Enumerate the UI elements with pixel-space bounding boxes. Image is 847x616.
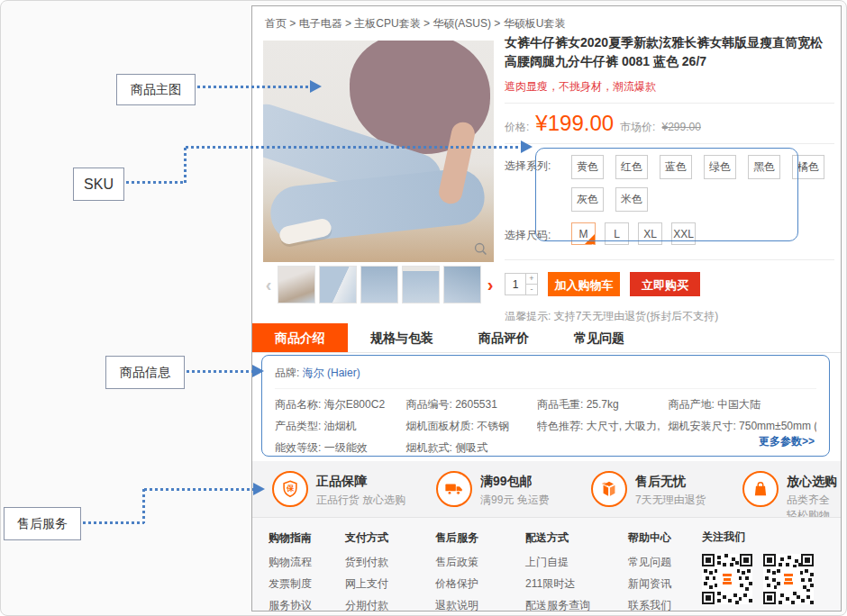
series-option[interactable]: 黑色 [748,155,780,179]
footer-link[interactable]: 网上支付 [345,576,435,592]
info-field: 烟机款式: 侧吸式 [405,440,531,456]
footer-link[interactable]: 货到付款 [345,555,435,570]
size-options: MLXLXXL [559,215,829,249]
info-field-label: 产品类型: [275,420,321,432]
footer-link[interactable]: 售后政策 [435,555,525,570]
buy-column: 女裤牛仔裤女2020夏季新款泫雅长裤女韩版显瘦直筒宽松高腰阔腿九分牛仔裤 008… [505,33,834,324]
series-option[interactable]: 黄色 [571,155,604,179]
series-option[interactable]: 灰色 [571,187,604,212]
annotation-arrowhead-icon [253,483,265,495]
info-field-value: 大尺寸, 大吸力, 静音... [587,420,663,432]
thumbnail[interactable] [278,266,315,303]
thumbnail[interactable] [319,266,357,303]
service-item: 放心选购 品类齐全 轻松购物 [742,471,841,523]
info-field-label: 商品产地: [668,398,714,411]
series-row: 选择系列: 黄色红色蓝色绿色黑色橘色灰色米色 [505,146,834,215]
market-price-value: ¥299.00 [661,121,700,133]
size-option[interactable]: XXL [671,222,696,245]
quantity-increase-icon[interactable]: + [526,274,537,285]
promo-text: 遮肉显瘦，不挑身材，潮流爆款 [505,79,834,95]
qr-code [702,554,752,604]
footer-link[interactable]: 购物流程 [269,555,345,570]
annotation-product-info-label: 商品信息 [105,356,185,389]
footer-link[interactable]: 服务协议 [269,598,345,613]
info-field: 烟机面板材质: 不锈钢 [405,419,531,434]
series-option[interactable]: 绿色 [704,155,736,179]
info-field: 特色推荐: 大尺寸, 大吸力, 静音... [537,419,662,434]
footer-link[interactable]: 配送服务查询 [525,598,628,613]
size-label: 选择尺码: [505,215,559,249]
size-option[interactable]: M [571,222,596,245]
service-title: 放心选购 [787,471,841,490]
series-option[interactable]: 橘色 [792,155,824,179]
footer-link[interactable]: 退款说明 [435,598,525,613]
info-field: 商品编号: 2605531 [405,397,531,412]
product-main-image[interactable] [263,41,494,262]
footer-column-title: 配送方式 [525,530,628,546]
footer-link[interactable]: 价格保护 [435,576,525,592]
footer-column: 配送方式 上门自提211限时达配送服务查询配送费收取标准海外配送 [525,530,628,611]
annotation-arrowhead-icon [521,140,533,153]
tips-text: 温馨提示: 支持7天无理由退货(拆封后不支持) [505,309,834,324]
info-field-label: 商品毛重: [537,398,583,411]
service-desc: 满99元 免运费 [480,493,550,508]
buy-now-button[interactable]: 立即购买 [630,272,700,296]
brand-label: 品牌: [275,367,299,379]
info-field-value: 750mm±50mm (烟... [739,420,816,432]
footer-link[interactable]: 211限时达 [525,576,628,592]
footer-link[interactable]: 发票制度 [269,576,345,592]
breadcrumb[interactable]: 首页 > 电子电器 > 主板CPU套装 > 华硕(ASUS) > 华硕板U套装 [252,6,841,35]
zoom-magnifier-icon[interactable] [471,240,489,258]
quantity-stepper: 1 + - [505,273,538,295]
quantity-buttons: + - [525,274,537,294]
series-option[interactable]: 红色 [615,155,648,179]
size-option[interactable]: L [605,222,629,245]
annotated-screenshot: 商品主图 SKU 商品信息 售后服务 首页 > 电子电器 > 主板CPU套装 >… [0,0,847,616]
info-field-label: 烟机安装尺寸: [668,420,735,432]
detail-tab[interactable]: 规格与包装 [348,323,456,352]
info-field-label: 能效等级: [275,441,321,454]
thumbnail[interactable] [360,266,398,303]
annotation-arrow-line [187,370,253,373]
brand-row: 品牌: 海尔 (Haier) [275,362,816,389]
thumbnail[interactable] [443,266,481,303]
detail-tab[interactable]: 商品介绍 [252,323,348,352]
service-item: 保 正品保障 正品行货 放心选购 [272,471,436,523]
thumbnail-strip: ‹ › [263,266,496,303]
footer-link[interactable]: 上门自提 [525,555,628,570]
info-field-label: 商品名称: [275,398,321,411]
thumbnail-prev-icon[interactable]: ‹ [263,266,274,303]
thumbnail-next-icon[interactable]: › [485,266,496,303]
annotation-arrow-line [83,521,144,524]
detail-tab[interactable]: 商品评价 [456,323,551,352]
info-field: 能效等级: 一级能效 [275,440,400,456]
more-params-link[interactable]: 更多参数>> [759,434,815,449]
thumbnail[interactable] [402,266,440,303]
info-field-label: 烟机面板材质: [405,420,473,432]
quantity-decrease-icon[interactable]: - [526,285,537,294]
footer-column-title: 购物指南 [269,530,345,546]
product-title: 女裤牛仔裤女2020夏季新款泫雅长裤女韩版显瘦直筒宽松高腰阔腿九分牛仔裤 008… [505,33,834,71]
annotation-arrow-line [197,86,311,88]
series-options: 黄色红色蓝色绿色黑色橘色灰色米色 [559,146,829,215]
quantity-value[interactable]: 1 [505,274,525,294]
add-to-cart-button[interactable]: 加入购物车 [548,272,620,296]
brand-link[interactable]: 海尔 (Haier) [303,367,360,379]
detail-tab[interactable]: 常见问题 [551,323,647,352]
info-field-value: 侧吸式 [455,441,487,454]
service-desc: 正品行货 放心选购 [316,493,405,508]
product-gallery: ‹ › [263,41,496,303]
annotation-sku-label: SKU [73,168,124,201]
info-field: 商品名称: 海尔E800C2 [275,397,400,412]
size-option[interactable]: XL [638,222,662,245]
truck-icon [436,471,472,507]
service-title: 售后无忧 [635,471,706,490]
footer-link[interactable]: 分期付款 [345,598,435,613]
service-item: 售后无忧 7天无理由退货 [591,471,742,523]
series-label: 选择系列: [505,146,559,215]
product-info-box: 品牌: 海尔 (Haier) 商品名称: 海尔E800C2 商品编号: 2605… [261,355,830,457]
series-option[interactable]: 蓝色 [660,155,692,179]
product-page-panel: 首页 > 电子电器 > 主板CPU套装 > 华硕(ASUS) > 华硕板U套装 [251,5,842,611]
series-option[interactable]: 米色 [615,187,648,212]
info-field: 烟机安装尺寸: 750mm±50mm (烟... [668,419,816,434]
